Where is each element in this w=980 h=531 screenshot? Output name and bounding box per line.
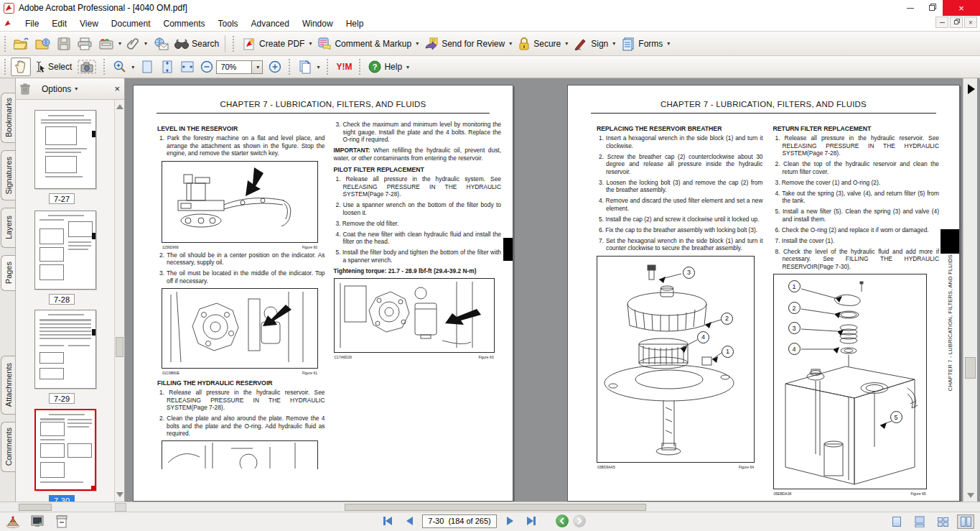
thumbnail-label-7-27[interactable]: 7-27 [49, 193, 75, 204]
actual-size-button[interactable] [137, 57, 157, 76]
attach-button[interactable]: ▾ [124, 34, 150, 53]
page-view-icon[interactable] [53, 514, 70, 529]
toolbar-grip[interactable] [359, 59, 363, 75]
panel-hscrollbar-thumb[interactable] [19, 504, 52, 511]
thumbnail-label-7-30[interactable]: 7-30 [49, 495, 75, 502]
tab-pages[interactable]: Pages [1, 255, 15, 291]
expand-pane-icon[interactable] [968, 84, 975, 94]
close-button[interactable]: × [943, 0, 980, 16]
hand-icon [14, 60, 28, 74]
menu-advanced[interactable]: Advanced [245, 17, 296, 30]
panel-close-button[interactable]: × [114, 83, 120, 94]
open-web-button[interactable] [32, 34, 54, 53]
comment-markup-button[interactable]: Comment & Markup ▾ [314, 34, 421, 53]
doc-restore-button[interactable] [950, 17, 963, 28]
toolbar-grip[interactable] [4, 36, 8, 52]
thumbnail-scrollbar[interactable] [114, 100, 124, 502]
continuous-facing-layout-button[interactable] [934, 514, 951, 529]
page-thumbnail-7-30-selected[interactable] [34, 409, 96, 491]
select-tool-button[interactable]: Select [31, 57, 75, 76]
page-thumbnail-7-27[interactable] [34, 110, 96, 189]
page-number-field[interactable]: 7-30 (184 of 265) [422, 514, 497, 528]
sign-button[interactable]: Sign ▾ [571, 34, 618, 53]
continuous-layout-button[interactable] [911, 514, 928, 529]
thumbnail-scrollbar-thumb[interactable] [116, 337, 123, 357]
page-display-button[interactable]: ▾ [295, 57, 322, 76]
pdf-page-7-31[interactable]: CHAPTER 7 - LUBRICATION, FILTERS, AND FL… [567, 85, 960, 502]
email-button[interactable] [150, 34, 172, 53]
toolbar-grip[interactable] [4, 59, 8, 75]
fit-page-icon [160, 60, 174, 74]
yahoo-search-button[interactable]: Y!M [333, 57, 355, 76]
restore-button[interactable] [921, 0, 943, 16]
scroll-down-icon[interactable] [116, 492, 123, 497]
open-button[interactable] [11, 34, 32, 53]
zoom-in-button[interactable] [266, 57, 284, 76]
menu-view[interactable]: View [73, 17, 105, 30]
pdf-page-7-30[interactable]: CHAPTER 7 - LUBRICATION, FILTERS, AND FL… [133, 85, 513, 502]
tab-layers[interactable]: Layers [1, 208, 15, 248]
menu-comments[interactable]: Comments [157, 17, 212, 30]
document-vertical-scrollbar[interactable] [963, 78, 977, 502]
thumbnail-label-7-28[interactable]: 7-28 [49, 294, 75, 305]
document-hscrollbar-thumb[interactable] [345, 504, 646, 511]
doc-close-button[interactable]: × [964, 17, 977, 28]
scroll-down-icon[interactable] [967, 493, 974, 498]
save-button[interactable] [54, 34, 74, 53]
snapshot-tool-button[interactable] [75, 57, 99, 76]
secure-button[interactable]: Secure ▾ [515, 34, 571, 53]
tab-comments[interactable]: Comments [1, 422, 15, 472]
previous-view-button[interactable] [556, 514, 569, 527]
menu-edit[interactable]: Edit [45, 17, 73, 30]
thumbnail-label-7-29[interactable]: 7-29 [49, 393, 75, 404]
help-button[interactable]: ? Help ▾ [365, 57, 412, 76]
torque-spec: Tightening torque: 21.7 - 28.9 lbf-ft (2… [334, 267, 502, 274]
zoom-tool-button[interactable]: ▾ [110, 57, 137, 76]
page-thumbnail-7-29[interactable] [34, 310, 96, 389]
toolbar-grip[interactable] [233, 36, 236, 52]
facing-layout-button[interactable] [957, 514, 974, 529]
toolbar-grip[interactable] [103, 59, 107, 75]
page-thumbnail-7-28[interactable] [34, 211, 96, 290]
tab-attachments[interactable]: Attachments [1, 356, 15, 415]
trash-icon[interactable] [20, 83, 30, 95]
first-page-button[interactable] [379, 514, 396, 528]
previous-page-button[interactable] [401, 514, 418, 528]
next-page-button[interactable] [501, 514, 518, 528]
menu-file[interactable]: File [19, 17, 45, 30]
cake-icon[interactable] [4, 514, 22, 529]
menu-help[interactable]: Help [340, 17, 370, 30]
zoom-level-dropdown[interactable]: ▾ [252, 60, 263, 74]
menu-tools[interactable]: Tools [212, 17, 245, 30]
fit-page-button[interactable] [157, 57, 177, 76]
chapter-edge-tab [503, 238, 513, 261]
figure-65-caption: 05EBDA38 Figure 65 [773, 491, 927, 496]
menu-window[interactable]: Window [296, 17, 340, 30]
screen-view-icon[interactable] [29, 514, 46, 529]
single-page-layout-button[interactable] [888, 514, 905, 529]
menu-document[interactable]: Document [105, 17, 157, 30]
panel-splitter[interactable] [115, 503, 126, 512]
last-page-button[interactable] [523, 514, 540, 528]
zoom-level-input[interactable]: 70% [216, 60, 252, 74]
options-menu-button[interactable]: Options ▾ [42, 84, 78, 94]
next-view-button[interactable] [573, 514, 586, 527]
toolbar-grip[interactable] [289, 59, 292, 75]
doc-minimize-button[interactable] [935, 17, 948, 28]
scroll-up-icon[interactable] [116, 104, 123, 109]
minimize-button[interactable] [900, 0, 921, 16]
hand-tool-button[interactable] [11, 57, 31, 76]
tab-signatures[interactable]: Signatures [1, 150, 15, 200]
fit-width-button[interactable] [177, 57, 197, 76]
zoom-out-button[interactable] [197, 57, 216, 76]
horizontal-scroll-row [0, 502, 980, 512]
search-button[interactable]: Search [172, 34, 222, 53]
vertical-scrollbar-thumb[interactable] [965, 357, 976, 379]
organizer-button[interactable]: ▾ [95, 34, 124, 53]
forms-button[interactable]: Forms ▾ [618, 34, 673, 53]
create-pdf-button[interactable]: Create PDF ▾ [239, 34, 314, 53]
toolbar-grip[interactable] [327, 59, 330, 75]
tab-bookmarks[interactable]: Bookmarks [1, 93, 15, 143]
send-for-review-button[interactable]: Send for Review ▾ [421, 34, 515, 53]
print-button[interactable] [74, 34, 95, 53]
